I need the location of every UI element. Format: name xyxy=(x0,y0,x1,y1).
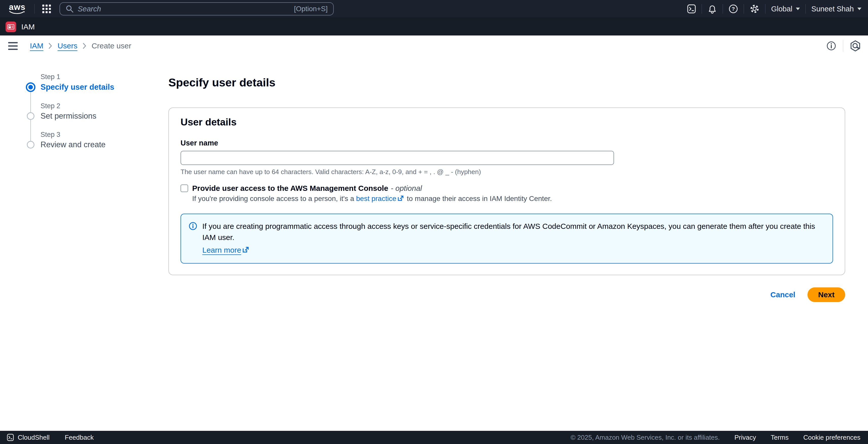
step-radio-active-icon xyxy=(26,82,35,92)
step-3-title[interactable]: Review and create xyxy=(40,140,105,149)
next-button[interactable]: Next xyxy=(807,287,845,302)
step-2-item[interactable]: Set permissions xyxy=(26,112,167,121)
step-3-item[interactable]: Review and create xyxy=(26,140,167,149)
step-1-label: Step 1 xyxy=(40,73,167,81)
alert-text: If you are creating programmatic access … xyxy=(202,221,825,243)
footer-link-cookie-preferences[interactable]: Cookie preferences xyxy=(803,434,860,441)
info-panel-button[interactable] xyxy=(826,41,836,51)
step-radio-icon xyxy=(27,112,34,120)
notifications-bell-icon xyxy=(708,4,717,14)
region-selector[interactable]: Global xyxy=(771,5,800,13)
help-icon: ? xyxy=(728,4,738,14)
console-access-description: If you're providing console access to a … xyxy=(192,195,833,204)
region-label: Global xyxy=(771,5,792,13)
svg-text:?: ? xyxy=(732,6,735,12)
service-tab-bar: IAM xyxy=(0,18,868,35)
card-title: User details xyxy=(181,117,833,128)
external-link-icon xyxy=(397,195,404,204)
cloudshell-terminal-icon xyxy=(7,433,14,441)
divider xyxy=(34,4,35,14)
amazon-q-icon xyxy=(850,40,861,52)
info-icon xyxy=(826,41,836,51)
user-name-help-text: The user name can have up to 64 characte… xyxy=(181,168,833,176)
external-link-icon xyxy=(242,245,249,257)
console-access-label: Provide user access to the AWS Managemen… xyxy=(192,184,422,193)
learn-more-link[interactable]: Learn more xyxy=(202,244,241,256)
aws-logo-smile-icon xyxy=(9,11,25,14)
topnav-right-cluster: ? Global Suneet Shah xyxy=(687,4,868,14)
search-shortcut-hint: [Option+S] xyxy=(294,5,328,13)
cloudshell-button[interactable] xyxy=(687,4,696,14)
optional-tag: - optional xyxy=(391,184,422,193)
step-2-title[interactable]: Set permissions xyxy=(40,112,96,121)
aws-logo[interactable]: aws xyxy=(6,3,29,14)
user-details-card: User details User name The user name can… xyxy=(168,108,845,275)
console-footer: CloudShell Feedback © 2025, Amazon Web S… xyxy=(0,431,868,444)
step-2-label: Step 2 xyxy=(40,102,167,110)
breadcrumb-bar: IAM Users Create user xyxy=(0,35,868,56)
search-icon xyxy=(66,5,74,13)
help-button[interactable]: ? xyxy=(728,4,738,14)
global-search: [Option+S] xyxy=(60,2,334,16)
hamburger-menu-icon[interactable] xyxy=(8,42,18,50)
iam-service-icon[interactable] xyxy=(6,22,16,32)
footer-cloudshell-label: CloudShell xyxy=(18,434,50,441)
step-1-item[interactable]: Specify user details xyxy=(26,82,167,92)
footer-cloudshell-button[interactable]: CloudShell xyxy=(7,433,50,441)
wizard-steps-nav: Step 1 Specify user details Step 2 Set p… xyxy=(26,73,167,149)
caret-down-icon xyxy=(857,8,861,10)
page-title: Specify user details xyxy=(168,76,845,89)
account-name-label: Suneet Shah xyxy=(811,5,854,13)
step-radio-icon xyxy=(27,141,34,149)
cloudshell-terminal-icon xyxy=(687,4,696,14)
step-1-title[interactable]: Specify user details xyxy=(40,83,114,92)
footer-feedback-label: Feedback xyxy=(65,434,94,441)
console-access-checkbox[interactable] xyxy=(181,184,188,192)
service-tab-label[interactable]: IAM xyxy=(21,23,35,31)
account-menu[interactable]: Suneet Shah xyxy=(811,5,861,13)
settings-gear-icon xyxy=(749,4,760,14)
breadcrumb-link-users[interactable]: Users xyxy=(58,41,77,50)
cancel-button[interactable]: Cancel xyxy=(771,290,795,299)
breadcrumb-current-page: Create user xyxy=(92,41,131,50)
top-navigation-bar: aws [Option+S] xyxy=(0,0,868,18)
caret-down-icon xyxy=(796,8,800,10)
step-3-label: Step 3 xyxy=(40,131,167,139)
copyright-text: © 2025, Amazon Web Services, Inc. or its… xyxy=(570,434,720,441)
footer-link-terms[interactable]: Terms xyxy=(771,434,789,441)
wizard-actions: Cancel Next xyxy=(168,287,845,302)
footer-feedback-button[interactable]: Feedback xyxy=(65,434,94,441)
amazon-q-button[interactable] xyxy=(850,40,861,52)
notifications-button[interactable] xyxy=(708,4,717,14)
breadcrumb: IAM Users Create user xyxy=(30,41,131,50)
info-icon xyxy=(189,222,197,257)
best-practice-link[interactable]: best practice xyxy=(356,195,396,203)
info-alert: If you are creating programmatic access … xyxy=(181,214,833,264)
breadcrumb-chevron-icon xyxy=(83,42,87,49)
user-name-input[interactable] xyxy=(181,151,614,165)
breadcrumb-chevron-icon xyxy=(49,42,53,49)
aws-logo-text: aws xyxy=(9,3,25,11)
apps-grid-icon[interactable] xyxy=(42,5,51,13)
main-content: Specify user details User details User n… xyxy=(168,76,845,302)
settings-button[interactable] xyxy=(749,4,760,14)
footer-link-privacy[interactable]: Privacy xyxy=(735,434,756,441)
user-name-label: User name xyxy=(181,139,833,147)
breadcrumb-link-iam[interactable]: IAM xyxy=(30,41,43,50)
search-input[interactable] xyxy=(78,5,291,13)
